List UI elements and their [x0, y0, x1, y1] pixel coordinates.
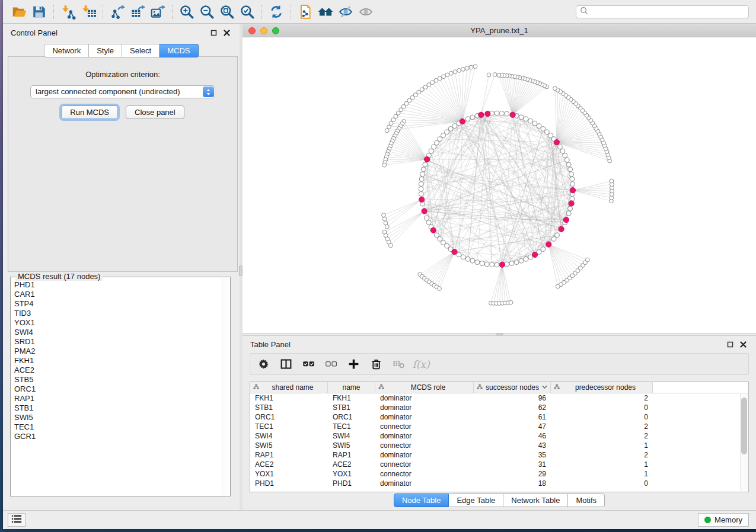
cell[interactable]: 2	[551, 431, 653, 441]
cell[interactable]: 35	[474, 450, 551, 460]
cell[interactable]: STB1	[328, 403, 375, 412]
cell[interactable]: 47	[474, 422, 551, 431]
cell[interactable]: 43	[474, 441, 551, 450]
table-scrollbar-thumb[interactable]	[741, 398, 747, 454]
column-header-shared-name[interactable]: shared name	[250, 382, 328, 393]
cell[interactable]: 61	[474, 412, 551, 422]
mcds-result-item[interactable]: SWI5	[14, 413, 220, 422]
cell[interactable]: dominator	[375, 450, 474, 460]
cell[interactable]: ACE2	[328, 460, 375, 469]
import-network-icon[interactable]	[58, 2, 78, 22]
sort-chevron-icon[interactable]	[542, 383, 547, 392]
table-scrollbar[interactable]	[740, 394, 748, 491]
cell[interactable]: 0	[551, 412, 653, 422]
export-network-icon[interactable]	[107, 2, 127, 22]
cell[interactable]: 62	[474, 403, 551, 412]
mcds-result-item[interactable]: CAR1	[14, 290, 220, 299]
table-row[interactable]: STB1STB1dominator620	[250, 403, 748, 412]
table-row[interactable]: SWI5SWI5connector431	[250, 441, 748, 450]
cell[interactable]: SWI5	[250, 441, 328, 450]
cell[interactable]: 96	[474, 393, 551, 403]
mcds-result-item[interactable]: STB1	[14, 403, 220, 413]
window-zoom-light[interactable]	[272, 27, 279, 34]
cell[interactable]: ACE2	[250, 460, 328, 469]
cell[interactable]: RAP1	[328, 450, 375, 460]
table-row[interactable]: RAP1RAP1dominator352	[250, 450, 748, 460]
table-row[interactable]: ORC1ORC1dominator610	[250, 412, 748, 422]
cell[interactable]: connector	[375, 469, 474, 479]
mcds-result-item[interactable]: PMA2	[14, 347, 220, 356]
cell[interactable]: TEC1	[328, 422, 375, 431]
table-row[interactable]: FKH1FKH1dominator962	[250, 393, 748, 403]
mcds-result-item[interactable]: TID3	[14, 309, 220, 318]
table-row[interactable]: TEC1TEC1connector472	[250, 422, 748, 431]
tab-node-table[interactable]: Node Table	[394, 493, 449, 507]
cell[interactable]: dominator	[375, 431, 474, 441]
cell[interactable]: YOX1	[250, 469, 328, 479]
mcds-result-item[interactable]: ORC1	[14, 384, 220, 394]
select-all-icon[interactable]	[301, 358, 315, 370]
cell[interactable]: 0	[551, 403, 653, 412]
cell[interactable]: 1	[551, 460, 653, 469]
cell[interactable]: ORC1	[250, 412, 328, 422]
tab-motifs[interactable]: Motifs	[568, 493, 605, 507]
close-panel-icon[interactable]	[224, 30, 230, 36]
export-table-icon[interactable]	[127, 2, 148, 22]
export-image-icon[interactable]	[148, 2, 168, 22]
cell[interactable]: 0	[551, 479, 653, 488]
mcds-result-item[interactable]: TEC1	[14, 422, 220, 432]
mcds-result-item[interactable]: PHD1	[14, 280, 220, 290]
column-header-MCDS-role[interactable]: MCDS role	[375, 382, 474, 393]
cell[interactable]: STB1	[250, 403, 328, 412]
cell[interactable]: 46	[474, 431, 551, 441]
search-box[interactable]	[576, 5, 749, 18]
delete-row-icon[interactable]	[369, 358, 383, 370]
cell[interactable]: connector	[375, 460, 474, 469]
cell[interactable]: connector	[375, 441, 474, 450]
cell[interactable]: 18	[474, 479, 551, 488]
import-table-icon[interactable]	[78, 2, 98, 22]
cell[interactable]: FKH1	[250, 393, 328, 403]
float-table-panel-icon[interactable]	[727, 341, 733, 348]
tab-style[interactable]: Style	[89, 44, 122, 57]
search-input[interactable]	[591, 7, 748, 17]
cell[interactable]: 29	[474, 469, 551, 479]
cell[interactable]: dominator	[375, 393, 474, 403]
network-canvas[interactable]	[243, 37, 756, 333]
mcds-result-item[interactable]: STB5	[14, 375, 220, 384]
mcds-result-item[interactable]: STP4	[14, 299, 220, 309]
mcds-result-item[interactable]: FKH1	[14, 356, 220, 366]
cell[interactable]: dominator	[375, 412, 474, 422]
float-panel-icon[interactable]	[210, 30, 217, 36]
cell[interactable]: YOX1	[328, 469, 375, 479]
cell[interactable]: TEC1	[250, 422, 328, 431]
run-mcds-button[interactable]: Run MCDS	[61, 105, 118, 119]
horizontal-splitter-handle[interactable]	[496, 334, 503, 335]
mcds-result-item[interactable]: RAP1	[14, 394, 220, 403]
cell[interactable]: connector	[375, 422, 474, 431]
network-from-file-icon[interactable]	[295, 2, 315, 22]
cell[interactable]: 2	[551, 393, 653, 403]
cell[interactable]: dominator	[375, 403, 474, 412]
cell[interactable]: 2	[551, 422, 653, 431]
mcds-result-item[interactable]: GCR1	[14, 432, 220, 441]
mcds-list-scrollbar[interactable]	[222, 278, 229, 495]
cell[interactable]: 2	[551, 450, 653, 460]
table-row[interactable]: YOX1YOX1connector291	[250, 469, 748, 479]
cell[interactable]: SWI5	[328, 441, 375, 450]
columns-icon[interactable]	[279, 358, 293, 370]
cell[interactable]: PHD1	[250, 479, 328, 488]
cell[interactable]: FKH1	[328, 393, 375, 403]
vertical-splitter-handle[interactable]	[239, 265, 243, 276]
window-minimize-light[interactable]	[260, 27, 267, 34]
home-icon[interactable]	[315, 2, 336, 22]
close-panel-button[interactable]: Close panel	[126, 105, 184, 119]
deselect-all-icon[interactable]	[324, 358, 338, 370]
tab-edge-table[interactable]: Edge Table	[449, 493, 503, 507]
tab-select[interactable]: Select	[122, 44, 160, 57]
refresh-icon[interactable]	[266, 2, 286, 22]
memory-button[interactable]: Memory	[698, 513, 749, 527]
mcds-result-item[interactable]: YOX1	[14, 318, 220, 328]
cell[interactable]: PHD1	[328, 479, 375, 488]
show-graphics-icon[interactable]	[356, 2, 376, 22]
